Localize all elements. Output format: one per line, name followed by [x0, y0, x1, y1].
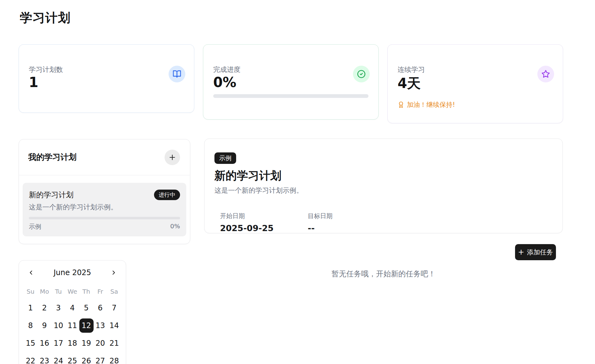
calendar-day-9[interactable]: 9	[37, 317, 51, 334]
book-open-icon	[169, 66, 185, 82]
add-plan-button[interactable]	[165, 150, 180, 165]
plan-detail-dates: 开始日期 2025-09-25 目标日期 --	[214, 212, 550, 233]
circle-check-icon	[353, 66, 370, 82]
overall-progress-bar	[213, 94, 368, 98]
add-task-button[interactable]: + 添加任务	[515, 244, 556, 260]
start-date-label: 开始日期	[220, 212, 308, 220]
my-plans-title: 我的学习计划	[28, 152, 77, 163]
plan-tag-badge: 示例	[214, 152, 236, 164]
stat-progress-value: 0%	[213, 74, 236, 90]
calendar-day-17[interactable]: 17	[51, 334, 65, 352]
award-icon	[398, 101, 404, 108]
plan-item-description: 这是一个新的学习计划示例。	[29, 203, 180, 212]
calendar-day-19[interactable]: 19	[79, 334, 93, 352]
stat-card-streak: 连续学习 4天 加油！继续保持!	[387, 44, 563, 123]
calendar-prev-button[interactable]	[26, 267, 36, 278]
plan-detail-description: 这是一个新的学习计划示例。	[214, 186, 550, 195]
calendar-day-header-we: We	[65, 288, 79, 295]
target-date-label: 目标日期	[308, 212, 395, 220]
plus-icon	[168, 153, 176, 161]
calendar-next-button[interactable]	[108, 267, 119, 278]
plus-icon: +	[518, 248, 524, 256]
plan-item-tag: 示例	[29, 222, 41, 231]
tasks-empty-message: 暂无任务哦，开始新的任务吧！	[204, 269, 563, 279]
page-title: 学习计划	[20, 9, 71, 26]
calendar-day-3[interactable]: 3	[51, 299, 65, 317]
calendar-grid: 1234567891011121314151617181920212223242…	[19, 299, 126, 364]
calendar-day-header-su: Su	[24, 288, 37, 295]
calendar-header: June 2025	[19, 261, 126, 278]
target-date-block: 目标日期 --	[308, 212, 395, 233]
streak-encouragement-text: 加油！继续保持!	[407, 100, 455, 109]
target-date-value: --	[308, 223, 395, 233]
calendar-day-13[interactable]: 13	[93, 317, 107, 334]
streak-encouragement: 加油！继续保持!	[398, 100, 455, 109]
plan-item-header: 新的学习计划进行中	[29, 190, 180, 200]
plan-item-progress: 0%	[170, 222, 180, 231]
calendar-day-headers: SuMoTuWeThFrSa	[19, 288, 126, 295]
plans-list: 新的学习计划进行中这是一个新的学习计划示例。示例0%	[19, 175, 190, 244]
calendar-day-6[interactable]: 6	[93, 299, 107, 317]
calendar-day-22[interactable]: 22	[24, 352, 37, 364]
stat-streak-value: 4天	[398, 74, 421, 93]
calendar-day-10[interactable]: 10	[51, 317, 65, 334]
calendar-day-header-th: Th	[79, 288, 93, 295]
calendar-day-4[interactable]: 4	[65, 299, 79, 317]
calendar-day-header-fr: Fr	[93, 288, 107, 295]
calendar-day-header-tu: Tu	[51, 288, 65, 295]
calendar-day-26[interactable]: 26	[79, 352, 93, 364]
calendar-day-15[interactable]: 15	[24, 334, 37, 352]
calendar-day-27[interactable]: 27	[93, 352, 107, 364]
calendar-day-16[interactable]: 16	[37, 334, 51, 352]
calendar-day-2[interactable]: 2	[37, 299, 51, 317]
calendar-day-24[interactable]: 24	[51, 352, 65, 364]
calendar-day-11[interactable]: 11	[65, 317, 79, 334]
calendar-card: June 2025 SuMoTuWeThFrSa 123456789101112…	[19, 260, 126, 364]
calendar-day-5[interactable]: 5	[79, 299, 93, 317]
calendar-day-8[interactable]: 8	[24, 317, 37, 334]
calendar-day-20[interactable]: 20	[93, 334, 107, 352]
calendar-day-1[interactable]: 1	[24, 299, 37, 317]
plan-progress-bar	[29, 217, 180, 219]
plan-detail-title: 新的学习计划	[214, 168, 550, 183]
calendar-day-header-sa: Sa	[107, 288, 121, 295]
stat-card-progress: 完成进度 0%	[203, 44, 379, 120]
plan-item-title: 新的学习计划	[29, 190, 73, 200]
stat-progress-label: 完成进度	[213, 65, 240, 74]
calendar-day-23[interactable]: 23	[37, 352, 51, 364]
stat-streak-label: 连续学习	[398, 65, 425, 74]
start-date-block: 开始日期 2025-09-25	[220, 212, 308, 233]
calendar-day-header-mo: Mo	[37, 288, 51, 295]
start-date-value: 2025-09-25	[220, 223, 308, 233]
my-plans-header: 我的学习计划	[19, 139, 190, 175]
stat-plan-count-value: 1	[29, 74, 38, 90]
stat-card-plan-count: 学习计划数 1	[19, 44, 194, 113]
calendar-day-12[interactable]: 12	[79, 318, 94, 333]
plan-detail-card: 示例 新的学习计划 这是一个新的学习计划示例。 开始日期 2025-09-25 …	[204, 138, 563, 233]
plan-list-item[interactable]: 新的学习计划进行中这是一个新的学习计划示例。示例0%	[23, 183, 186, 236]
my-plans-card: 我的学习计划 新的学习计划进行中这是一个新的学习计划示例。示例0%	[19, 139, 190, 244]
chevron-left-icon	[28, 269, 34, 276]
calendar-day-18[interactable]: 18	[65, 334, 79, 352]
calendar-day-14[interactable]: 14	[107, 317, 121, 334]
calendar-day-21[interactable]: 21	[107, 334, 121, 352]
calendar-month-label: June 2025	[54, 268, 91, 277]
plan-item-footer: 示例0%	[29, 222, 180, 231]
star-icon	[537, 66, 554, 82]
chevron-right-icon	[110, 269, 117, 276]
plan-status-badge: 进行中	[154, 190, 180, 200]
calendar-day-7[interactable]: 7	[107, 299, 121, 317]
stat-plan-count-label: 学习计划数	[29, 65, 63, 74]
calendar-day-28[interactable]: 28	[107, 352, 121, 364]
calendar-day-25[interactable]: 25	[65, 352, 79, 364]
add-task-button-label: 添加任务	[527, 248, 553, 257]
